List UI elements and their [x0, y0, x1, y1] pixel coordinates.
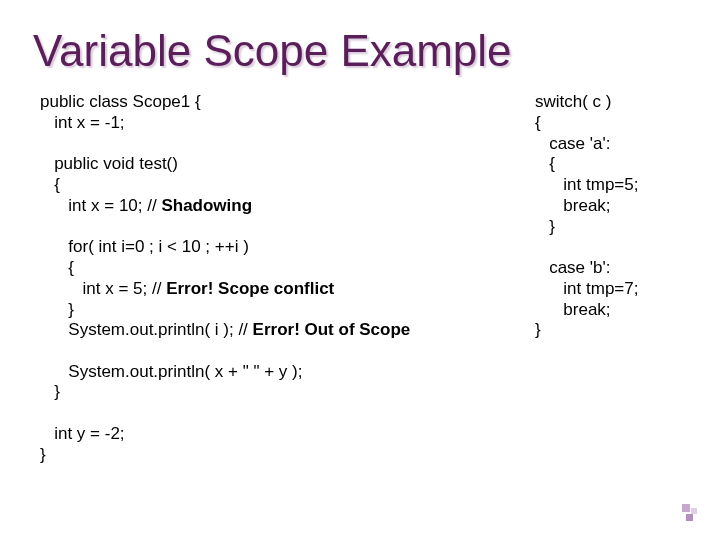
code-line: int y = -2;	[40, 424, 125, 443]
code-line: int tmp=5;	[535, 175, 638, 194]
code-line: System.out.println( i ); //	[40, 320, 253, 339]
svg-rect-1	[691, 508, 697, 514]
code-line: {	[535, 113, 541, 132]
svg-rect-2	[686, 514, 693, 521]
code-line: break;	[535, 196, 611, 215]
code-line: }	[535, 217, 555, 236]
code-line: }	[40, 445, 46, 464]
emphasis-out-of-scope: Error! Out of Scope	[253, 320, 411, 339]
code-line: public void test()	[40, 154, 178, 173]
code-line: int x = 10; //	[40, 196, 161, 215]
code-line: {	[535, 154, 555, 173]
code-line: break;	[535, 300, 611, 319]
code-line: switch( c )	[535, 92, 612, 111]
code-line: int x = 5; //	[40, 279, 166, 298]
code-line: }	[40, 382, 60, 401]
code-left-column: public class Scope1 { int x = -1; public…	[40, 92, 510, 465]
emphasis-shadowing: Shadowing	[161, 196, 252, 215]
code-line: public class Scope1 {	[40, 92, 201, 111]
code-line: case 'b':	[535, 258, 610, 277]
code-line: {	[40, 175, 60, 194]
svg-rect-0	[682, 504, 690, 512]
code-line: int x = -1;	[40, 113, 125, 132]
code-line: }	[40, 300, 74, 319]
code-line: {	[40, 258, 74, 277]
code-right-column: switch( c ) { case 'a': { int tmp=5; bre…	[535, 92, 720, 341]
code-line: }	[535, 320, 541, 339]
code-line: System.out.println( x + " " + y );	[40, 362, 302, 381]
slide: Variable Scope Example public class Scop…	[0, 0, 720, 540]
code-line: for( int i=0 ; i < 10 ; ++i )	[40, 237, 249, 256]
emphasis-scope-conflict: Error! Scope conflict	[166, 279, 334, 298]
code-line: int tmp=7;	[535, 279, 638, 298]
page-title: Variable Scope Example	[33, 28, 690, 74]
corner-decoration-icon	[674, 496, 704, 526]
code-line: case 'a':	[535, 134, 610, 153]
